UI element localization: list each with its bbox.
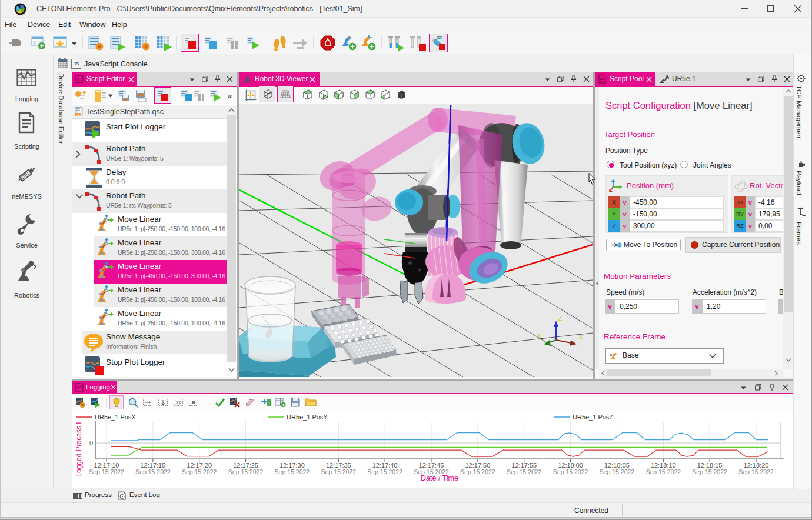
svg-text:Sep 15 2022: Sep 15 2022 bbox=[135, 468, 171, 475]
svg-text:Sep 15 2022: Sep 15 2022 bbox=[367, 468, 402, 475]
svg-text:Logged Process I: Logged Process I bbox=[75, 422, 83, 476]
svg-text:Sep 15 2022: Sep 15 2022 bbox=[600, 468, 635, 475]
svg-text:Sep 15 2022: Sep 15 2022 bbox=[228, 468, 264, 475]
svg-text:Y: Y bbox=[537, 333, 541, 339]
svg-text:Sep 15 2022: Sep 15 2022 bbox=[321, 468, 357, 475]
svg-text:Date / Time: Date / Time bbox=[421, 474, 458, 482]
svg-text:Sep 15 2022: Sep 15 2022 bbox=[738, 468, 774, 475]
svg-text:Sep 15 2022: Sep 15 2022 bbox=[89, 468, 124, 475]
svg-text:Sep 15 2022: Sep 15 2022 bbox=[646, 468, 681, 475]
svg-text:Z: Z bbox=[558, 315, 562, 322]
svg-text:UR5e_1.PosY: UR5e_1.PosY bbox=[287, 414, 328, 421]
svg-text:UR5e_1.PosZ: UR5e_1.PosZ bbox=[573, 414, 613, 421]
svg-text:Sep 15 2022: Sep 15 2022 bbox=[182, 468, 217, 475]
svg-text:Sep 15 2022: Sep 15 2022 bbox=[275, 468, 310, 475]
svg-text:Sep 15 2022: Sep 15 2022 bbox=[692, 468, 727, 475]
svg-text:Sep 15 2022: Sep 15 2022 bbox=[460, 468, 495, 475]
svg-text:Sep 15 2022: Sep 15 2022 bbox=[507, 468, 542, 475]
svg-text:QSC: QSC bbox=[76, 114, 82, 116]
svg-text:X: X bbox=[579, 334, 583, 341]
svg-text:UR5e_1.PosX: UR5e_1.PosX bbox=[95, 414, 136, 421]
svg-text:0: 0 bbox=[89, 439, 93, 446]
svg-text:Sep 15 2022: Sep 15 2022 bbox=[553, 468, 588, 475]
